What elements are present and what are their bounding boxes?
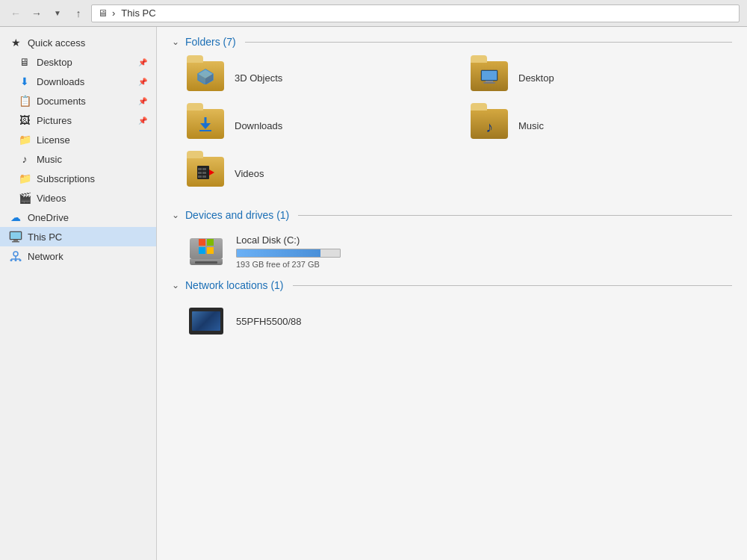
- address-bar[interactable]: 🖥 › This PC: [91, 4, 740, 22]
- up-button[interactable]: ↑: [70, 5, 87, 22]
- sidebar-label-license: License: [37, 134, 147, 146]
- folder-item-downloads[interactable]: Downloads: [179, 105, 448, 146]
- 3d-overlay-icon: [196, 68, 214, 88]
- sidebar-label-subscriptions: Subscriptions: [37, 173, 147, 184]
- folder-item-3d-objects[interactable]: 3D Objects: [179, 57, 448, 99]
- sidebar-item-downloads[interactable]: ⬇ Downloads 📌: [0, 72, 156, 91]
- hdd-icon-c: [187, 235, 226, 268]
- address-path: This PC: [121, 7, 155, 19]
- sidebar-item-quick-access[interactable]: ★ Quick access: [0, 33, 156, 52]
- main-container: ★ Quick access 🖥 Desktop 📌 ⬇ Downloads 📌…: [0, 27, 747, 560]
- sidebar: ★ Quick access 🖥 Desktop 📌 ⬇ Downloads 📌…: [0, 27, 157, 560]
- pin-icon-documents: 📌: [138, 97, 147, 105]
- sidebar-item-music[interactable]: ♪ Music: [0, 149, 156, 169]
- folders-section-header: ⌄ Folders (7): [172, 36, 732, 48]
- sidebar-item-documents[interactable]: 📋 Documents 📌: [0, 91, 156, 111]
- recent-button[interactable]: ▼: [49, 5, 66, 22]
- sidebar-label-onedrive: OneDrive: [28, 212, 147, 223]
- sidebar-item-pictures[interactable]: 🖼 Pictures 📌: [0, 111, 156, 130]
- folder-icon-videos: [187, 157, 226, 190]
- videos-sidebar-icon: 🎬: [18, 191, 31, 205]
- network-chevron[interactable]: ⌄: [172, 280, 179, 290]
- sidebar-item-onedrive[interactable]: ☁ OneDrive: [0, 208, 156, 227]
- sidebar-label-music: Music: [37, 154, 147, 165]
- sidebar-item-license[interactable]: 📁 License: [0, 130, 156, 149]
- downloads-overlay-icon: [196, 116, 214, 136]
- sidebar-item-videos[interactable]: 🎬 Videos: [0, 188, 156, 208]
- license-sidebar-icon: 📁: [18, 133, 31, 146]
- folder-icon-desktop: [471, 61, 509, 94]
- drive-c-progress-fill: [237, 249, 320, 257]
- monitor-screen: [192, 311, 220, 331]
- pin-icon-downloads: 📌: [138, 78, 147, 86]
- folder-label-downloads: Downloads: [235, 120, 282, 131]
- back-button[interactable]: ←: [7, 5, 24, 22]
- svg-rect-27: [202, 175, 206, 178]
- network-item-tv[interactable]: 55PFH5500/88: [179, 300, 732, 342]
- sidebar-label-documents: Documents: [37, 96, 133, 107]
- downloads-sidebar-icon: ⬇: [18, 75, 31, 88]
- drive-c-info: Local Disk (C:) 193 GB free of 237 GB: [236, 234, 725, 269]
- content-area: ⌄ Folders (7): [157, 27, 747, 560]
- folder-item-music[interactable]: ♪ Music: [463, 105, 732, 146]
- title-bar: ← → ▼ ↑ 🖥 › This PC: [0, 0, 747, 27]
- drive-item-c[interactable]: Local Disk (C:) 193 GB free of 237 GB: [179, 230, 732, 273]
- sidebar-label-downloads: Downloads: [37, 76, 133, 87]
- svg-marker-19: [200, 123, 211, 129]
- folder-item-desktop[interactable]: Desktop: [463, 57, 732, 99]
- svg-rect-31: [199, 247, 205, 254]
- svg-rect-16: [486, 81, 493, 82]
- sidebar-item-subscriptions[interactable]: 📁 Subscriptions: [0, 169, 156, 188]
- desktop-sidebar-icon: 🖥: [18, 55, 31, 69]
- drives-divider: [298, 215, 732, 216]
- address-text: ›: [112, 7, 115, 19]
- quick-access-icon: ★: [9, 36, 22, 49]
- sidebar-item-this-pc[interactable]: This PC: [0, 227, 156, 246]
- folder-label-music: Music: [518, 120, 544, 131]
- sidebar-item-desktop[interactable]: 🖥 Desktop 📌: [0, 52, 156, 72]
- folders-section-label: Folders (7): [185, 36, 236, 48]
- drive-c-progress-bar: [236, 249, 341, 258]
- svg-rect-2: [13, 240, 18, 241]
- folder-item-videos[interactable]: Videos: [179, 152, 448, 194]
- pc-icon: 🖥: [98, 7, 108, 19]
- network-section-header: ⌄ Network locations (1): [172, 279, 732, 291]
- folders-grid: 3D Objects: [172, 57, 732, 194]
- sidebar-label-network: Network: [28, 251, 147, 262]
- svg-rect-32: [207, 247, 214, 254]
- folder-label-videos: Videos: [235, 168, 264, 179]
- sidebar-item-network[interactable]: Network: [0, 246, 156, 266]
- forward-button[interactable]: →: [28, 5, 45, 22]
- this-pc-icon: [9, 230, 22, 243]
- svg-point-4: [13, 252, 18, 256]
- drives-chevron[interactable]: ⌄: [172, 210, 179, 220]
- drives-section-label: Devices and drives (1): [185, 209, 289, 221]
- network-sidebar-icon: [9, 249, 22, 263]
- videos-overlay-icon: [196, 165, 214, 184]
- svg-rect-15: [482, 71, 497, 80]
- folder-icon-music: ♪: [471, 109, 509, 142]
- sidebar-label-pictures: Pictures: [37, 115, 133, 126]
- folders-chevron[interactable]: ⌄: [172, 37, 179, 47]
- svg-rect-24: [198, 172, 202, 174]
- folder-label-desktop: Desktop: [518, 72, 554, 84]
- sidebar-label-quick-access: Quick access: [28, 37, 147, 49]
- music-overlay-icon: ♪: [486, 119, 493, 136]
- svg-rect-1: [10, 232, 21, 239]
- pin-icon-desktop: 📌: [138, 58, 147, 66]
- documents-sidebar-icon: 📋: [18, 94, 31, 108]
- tv-monitor-icon: [187, 305, 226, 337]
- music-sidebar-icon: ♪: [18, 152, 31, 166]
- svg-rect-22: [198, 168, 202, 170]
- svg-point-7: [10, 259, 13, 261]
- windows-logo-icon: [198, 238, 214, 258]
- folder-icon-3d: [187, 61, 226, 94]
- sidebar-label-this-pc: This PC: [28, 231, 147, 243]
- svg-rect-26: [198, 175, 202, 178]
- svg-point-8: [15, 259, 17, 261]
- pictures-sidebar-icon: 🖼: [18, 113, 31, 127]
- folder-icon-downloads: [187, 109, 226, 142]
- svg-rect-29: [199, 239, 205, 246]
- network-divider: [293, 285, 733, 286]
- svg-rect-25: [202, 172, 206, 174]
